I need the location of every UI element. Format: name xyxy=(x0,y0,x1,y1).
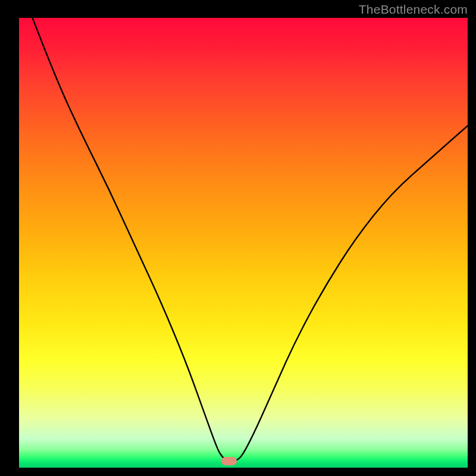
chart-frame: TheBottleneck.com xyxy=(0,0,476,476)
watermark-text: TheBottleneck.com xyxy=(359,2,468,17)
bottleneck-curve xyxy=(19,18,468,468)
plot-area xyxy=(19,18,468,468)
optimum-marker xyxy=(221,457,237,465)
